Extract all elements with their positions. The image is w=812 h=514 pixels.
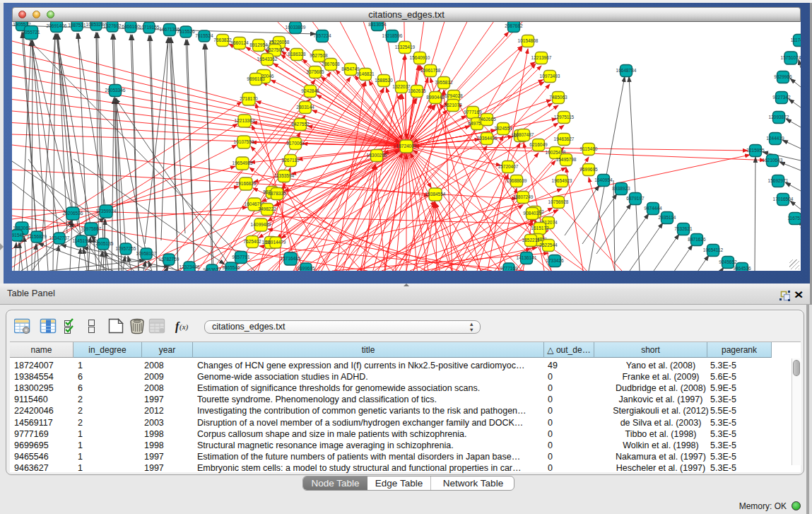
svg-text:7632621: 7632621 bbox=[674, 226, 693, 231]
svg-text:15692971: 15692971 bbox=[768, 178, 789, 183]
svg-text:1733426: 1733426 bbox=[546, 258, 564, 263]
svg-text:16543362: 16543362 bbox=[257, 57, 278, 62]
svg-text:8990448: 8990448 bbox=[426, 95, 445, 100]
svg-text:7485063: 7485063 bbox=[549, 95, 567, 100]
svg-text:116753: 116753 bbox=[787, 216, 801, 221]
svg-text:8878335: 8878335 bbox=[268, 191, 286, 196]
svg-text:9699695: 9699695 bbox=[297, 266, 315, 271]
svg-text:16961758: 16961758 bbox=[420, 68, 441, 73]
svg-text:8427552: 8427552 bbox=[291, 122, 310, 127]
svg-text:3375685: 3375685 bbox=[306, 69, 324, 74]
svg-text:8471626: 8471626 bbox=[688, 237, 706, 242]
svg-text:10756928: 10756928 bbox=[548, 199, 569, 204]
svg-text:16648784: 16648784 bbox=[616, 68, 637, 73]
svg-text:(x): (x) bbox=[180, 322, 189, 332]
svg-text:26053346: 26053346 bbox=[105, 88, 126, 93]
svg-text:7357224: 7357224 bbox=[313, 33, 331, 38]
svg-text:12505135: 12505135 bbox=[93, 241, 114, 246]
svg-text:18300295: 18300295 bbox=[367, 153, 387, 158]
svg-text:12213363: 12213363 bbox=[235, 118, 255, 123]
svg-text:13716485: 13716485 bbox=[281, 256, 301, 261]
svg-text:2522544: 2522544 bbox=[539, 243, 558, 247]
svg-text:9660124: 9660124 bbox=[230, 40, 249, 45]
svg-text:9242848: 9242848 bbox=[301, 88, 319, 93]
svg-text:7625402: 7625402 bbox=[243, 239, 261, 244]
svg-text:9527500: 9527500 bbox=[266, 47, 284, 52]
svg-text:12323446: 12323446 bbox=[180, 264, 200, 269]
svg-text:7955812: 7955812 bbox=[435, 80, 453, 85]
svg-text:19654985: 19654985 bbox=[233, 160, 253, 165]
svg-text:8186328: 8186328 bbox=[288, 52, 306, 57]
svg-text:16210643: 16210643 bbox=[763, 158, 783, 163]
svg-text:9084031: 9084031 bbox=[523, 211, 541, 216]
svg-text:7462665: 7462665 bbox=[478, 117, 496, 122]
svg-text:6794028: 6794028 bbox=[445, 93, 463, 98]
svg-text:1588520: 1588520 bbox=[375, 78, 393, 83]
svg-text:17359924: 17359924 bbox=[96, 209, 117, 214]
svg-text:7515526: 7515526 bbox=[177, 29, 195, 34]
svg-text:6879197: 6879197 bbox=[626, 196, 645, 201]
svg-text:1640954: 1640954 bbox=[594, 177, 613, 182]
svg-text:391547: 391547 bbox=[12, 233, 25, 238]
svg-text:15640910: 15640910 bbox=[410, 55, 430, 60]
svg-text:3498222: 3498222 bbox=[258, 206, 276, 211]
svg-text:11156829: 11156829 bbox=[27, 234, 47, 239]
svg-text:10654112: 10654112 bbox=[703, 247, 724, 252]
svg-text:9896183: 9896183 bbox=[247, 76, 265, 81]
svg-text:9245652: 9245652 bbox=[719, 259, 737, 264]
svg-text:2867608: 2867608 bbox=[322, 62, 340, 66]
svg-text:15720407: 15720407 bbox=[498, 164, 519, 169]
svg-text:8912954: 8912954 bbox=[249, 42, 268, 47]
svg-text:20364436: 20364436 bbox=[477, 136, 498, 141]
svg-text:7663822: 7663822 bbox=[213, 37, 232, 42]
svg-text:10719155: 10719155 bbox=[139, 25, 160, 30]
svg-text:14099489: 14099489 bbox=[251, 222, 271, 227]
svg-text:1527602: 1527602 bbox=[103, 23, 122, 28]
svg-text:9146821: 9146821 bbox=[356, 71, 375, 76]
svg-text:19218596: 19218596 bbox=[382, 33, 403, 38]
svg-text:8267110: 8267110 bbox=[282, 158, 300, 163]
svg-text:9474444: 9474444 bbox=[644, 206, 662, 211]
svg-text:19384554: 19384554 bbox=[425, 192, 446, 197]
svg-text:1244419: 1244419 bbox=[766, 136, 784, 141]
svg-text:15751074: 15751074 bbox=[781, 55, 801, 60]
svg-text:9857791: 9857791 bbox=[232, 255, 250, 259]
svg-text:9115460: 9115460 bbox=[580, 146, 598, 151]
svg-text:20206536: 20206536 bbox=[63, 211, 83, 216]
svg-text:1117439: 1117439 bbox=[791, 37, 801, 42]
svg-text:9699695: 9699695 bbox=[579, 167, 598, 172]
svg-text:1852211: 1852211 bbox=[522, 238, 540, 243]
svg-text:9527508: 9527508 bbox=[310, 53, 328, 58]
svg-text:9777169: 9777169 bbox=[500, 266, 518, 271]
svg-text:16782759: 16782759 bbox=[159, 257, 180, 262]
svg-text:2935114: 2935114 bbox=[659, 215, 676, 220]
svg-text:10958107: 10958107 bbox=[136, 251, 157, 256]
svg-text:3215955: 3215955 bbox=[746, 148, 765, 153]
svg-text:19463627: 19463627 bbox=[554, 136, 575, 141]
svg-text:1087531: 1087531 bbox=[68, 23, 86, 28]
svg-text:30975867: 30975867 bbox=[81, 226, 102, 231]
svg-text:1145193: 1145193 bbox=[73, 238, 90, 243]
svg-text:10154808: 10154808 bbox=[518, 38, 539, 43]
svg-text:9465546: 9465546 bbox=[222, 265, 240, 270]
svg-text:6466160: 6466160 bbox=[122, 24, 140, 29]
svg-text:12213967: 12213967 bbox=[531, 55, 552, 60]
svg-text:9329966: 9329966 bbox=[774, 74, 792, 79]
svg-text:16914479: 16914479 bbox=[266, 240, 286, 245]
svg-text:7615524: 7615524 bbox=[195, 33, 213, 38]
svg-text:11325419: 11325419 bbox=[395, 45, 416, 49]
svg-text:9777169: 9777169 bbox=[464, 110, 482, 115]
svg-text:14136141: 14136141 bbox=[517, 255, 537, 260]
svg-text:1621072: 1621072 bbox=[444, 103, 462, 107]
svg-text:12093872: 12093872 bbox=[769, 115, 789, 119]
svg-text:19166825: 19166825 bbox=[236, 181, 257, 186]
svg-text:2803144: 2803144 bbox=[296, 105, 314, 110]
svg-text:1362615: 1362615 bbox=[408, 88, 426, 93]
svg-text:17016504: 17016504 bbox=[773, 197, 794, 201]
svg-text:18724007: 18724007 bbox=[396, 144, 417, 148]
svg-text:9055721: 9055721 bbox=[22, 30, 40, 35]
svg-text:20691406: 20691406 bbox=[47, 23, 67, 28]
svg-text:15495798: 15495798 bbox=[556, 157, 577, 162]
svg-text:3824554: 3824554 bbox=[494, 126, 512, 131]
svg-text:8170061: 8170061 bbox=[286, 141, 305, 146]
